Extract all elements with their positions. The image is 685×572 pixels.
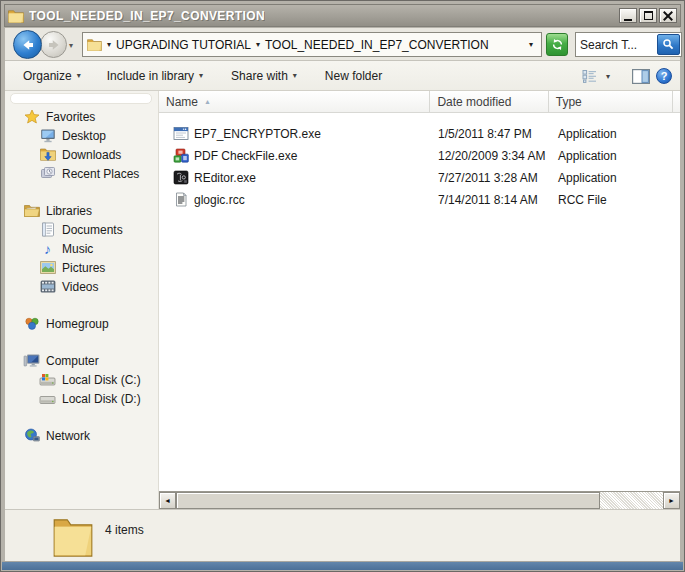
sidebar-group-network[interactable]: Network bbox=[5, 426, 158, 445]
sidebar-group-label: Libraries bbox=[46, 204, 92, 218]
file-row-glogic-rcc[interactable]: glogic.rcc 7/14/2011 8:14 AM RCC File bbox=[159, 189, 680, 211]
reditor-icon bbox=[173, 170, 189, 186]
file-row-pdf-checkfile[interactable]: PDF CheckFile.exe 12/20/2009 3:34 AM App… bbox=[159, 145, 680, 167]
column-header-label: Date modified bbox=[437, 95, 511, 109]
maximize-button[interactable] bbox=[639, 8, 657, 23]
preview-pane-button[interactable] bbox=[632, 69, 650, 84]
column-headers: Name▲ Date modified Type Si bbox=[159, 91, 680, 113]
sidebar-group-homegroup[interactable]: Homegroup bbox=[5, 314, 158, 333]
maximize-icon bbox=[644, 11, 653, 20]
rcc-document-icon bbox=[173, 192, 189, 208]
computer-icon bbox=[23, 353, 40, 369]
search-icon bbox=[662, 38, 675, 51]
file-row-ep7-encryptor[interactable]: EP7_ENCRYPTOR.exe 1/5/2011 8:47 PM Appli… bbox=[159, 123, 680, 145]
file-list-pane: Name▲ Date modified Type Si EP7_ENCRYPTO… bbox=[158, 91, 680, 509]
file-name: REditor.exe bbox=[194, 171, 256, 185]
sidebar-item-local-disk-d[interactable]: Local Disk (D:) bbox=[5, 389, 158, 408]
close-button[interactable] bbox=[659, 8, 677, 23]
file-name: EP7_ENCRYPTOR.exe bbox=[194, 127, 321, 141]
views-button[interactable]: ▾ bbox=[582, 69, 610, 84]
sidebar-item-pictures[interactable]: Pictures bbox=[5, 258, 158, 277]
forward-button[interactable] bbox=[40, 31, 67, 58]
sidebar-item-music[interactable]: ♪ Music bbox=[5, 239, 158, 258]
disk-d-icon bbox=[39, 391, 56, 407]
scrollbar-thumb[interactable] bbox=[176, 492, 600, 509]
documents-icon bbox=[39, 222, 56, 238]
sidebar-group-libraries[interactable]: Libraries bbox=[5, 201, 158, 220]
sidebar-item-label: Local Disk (C:) bbox=[62, 373, 141, 387]
sidebar-item-label: Desktop bbox=[62, 129, 106, 143]
scroll-left-button[interactable]: ◄ bbox=[159, 492, 176, 509]
share-with-label: Share with bbox=[231, 69, 288, 83]
horizontal-scrollbar[interactable]: ◄ ► bbox=[159, 491, 680, 509]
sidebar-item-documents[interactable]: Documents bbox=[5, 220, 158, 239]
disk-c-icon bbox=[39, 372, 56, 388]
search-button[interactable] bbox=[657, 34, 680, 55]
videos-icon bbox=[39, 279, 56, 295]
folder-icon-large bbox=[53, 513, 93, 561]
minimize-button[interactable] bbox=[619, 8, 637, 23]
sidebar-item-downloads[interactable]: Downloads bbox=[5, 145, 158, 164]
file-name: PDF CheckFile.exe bbox=[194, 149, 297, 163]
sidebar-item-videos[interactable]: Videos bbox=[5, 277, 158, 296]
status-bar: 4 items bbox=[5, 509, 680, 561]
sidebar-group-label: Favorites bbox=[46, 110, 95, 124]
file-rows: EP7_ENCRYPTOR.exe 1/5/2011 8:47 PM Appli… bbox=[159, 113, 680, 211]
column-header-type[interactable]: Type bbox=[549, 91, 673, 112]
network-icon bbox=[23, 428, 40, 444]
address-dropdown-button[interactable]: ▾ bbox=[525, 40, 537, 49]
breadcrumb-item-current[interactable]: TOOL_NEEDED_IN_EP7_CONVERTION bbox=[265, 38, 489, 52]
minimize-icon bbox=[624, 19, 632, 21]
history-dropdown-button[interactable]: ▾ bbox=[69, 41, 73, 50]
column-header-size[interactable]: Si bbox=[673, 91, 680, 112]
chevron-down-icon: ▾ bbox=[199, 71, 203, 80]
sidebar-group-computer[interactable]: Computer bbox=[5, 351, 158, 370]
libraries-icon bbox=[23, 203, 40, 219]
chevron-down-icon: ▾ bbox=[606, 72, 610, 81]
help-button[interactable]: ? bbox=[656, 68, 672, 84]
file-row-reditor[interactable]: REditor.exe 7/27/2011 3:28 AM Applicatio… bbox=[159, 167, 680, 189]
main-area: Favorites Desktop Downloads Recent Place… bbox=[5, 91, 680, 509]
refresh-button[interactable] bbox=[546, 33, 568, 56]
search-box bbox=[575, 32, 682, 57]
chevron-down-icon: ▾ bbox=[293, 71, 297, 80]
organize-button[interactable]: Organize ▾ bbox=[17, 65, 87, 87]
breadcrumb[interactable]: ▾ UPGRADING TUTORIAL ▾ TOOL_NEEDED_IN_EP… bbox=[82, 32, 542, 57]
sidebar-item-local-disk-c[interactable]: Local Disk (C:) bbox=[5, 370, 158, 389]
column-header-name[interactable]: Name▲ bbox=[159, 91, 430, 112]
sidebar-group-favorites[interactable]: Favorites bbox=[5, 107, 158, 126]
back-button[interactable] bbox=[13, 30, 42, 59]
file-date-modified: 7/14/2011 8:14 AM bbox=[432, 193, 551, 207]
column-header-date-modified[interactable]: Date modified bbox=[430, 91, 548, 112]
crumb-separator-icon: ▾ bbox=[107, 40, 111, 49]
music-icon: ♪ bbox=[39, 241, 56, 257]
organize-label: Organize bbox=[23, 69, 72, 83]
item-count: 4 items bbox=[105, 523, 144, 537]
file-date-modified: 12/20/2009 3:34 AM bbox=[432, 149, 551, 163]
star-icon bbox=[23, 109, 40, 125]
folder-icon bbox=[87, 38, 102, 51]
scroll-left-icon: ◄ bbox=[164, 497, 171, 504]
file-name: glogic.rcc bbox=[194, 193, 245, 207]
sidebar-item-recent-places[interactable]: Recent Places bbox=[5, 164, 158, 183]
folder-icon bbox=[8, 9, 24, 23]
search-input[interactable] bbox=[576, 38, 657, 52]
scroll-right-button[interactable]: ► bbox=[663, 492, 680, 509]
sidebar-item-label: Local Disk (D:) bbox=[62, 392, 141, 406]
new-folder-button[interactable]: New folder bbox=[319, 65, 388, 87]
recent-places-icon bbox=[39, 166, 56, 182]
sidebar-item-label: Documents bbox=[62, 223, 123, 237]
file-type: Application bbox=[551, 149, 676, 163]
title-bar[interactable]: TOOL_NEEDED_IN_EP7_CONVERTION bbox=[4, 4, 681, 27]
window-bottom-border bbox=[2, 561, 683, 570]
command-bar: Organize ▾ Include in library ▾ Share wi… bbox=[5, 61, 680, 91]
help-icon: ? bbox=[661, 70, 668, 82]
column-header-label: Name bbox=[166, 95, 198, 109]
sidebar-item-desktop[interactable]: Desktop bbox=[5, 126, 158, 145]
crumb-separator-icon: ▾ bbox=[256, 40, 260, 49]
share-with-button[interactable]: Share with ▾ bbox=[225, 65, 303, 87]
scroll-right-icon: ► bbox=[668, 497, 675, 504]
include-in-library-button[interactable]: Include in library ▾ bbox=[101, 65, 209, 87]
file-type: RCC File bbox=[551, 193, 676, 207]
breadcrumb-item-parent[interactable]: UPGRADING TUTORIAL bbox=[116, 38, 251, 52]
